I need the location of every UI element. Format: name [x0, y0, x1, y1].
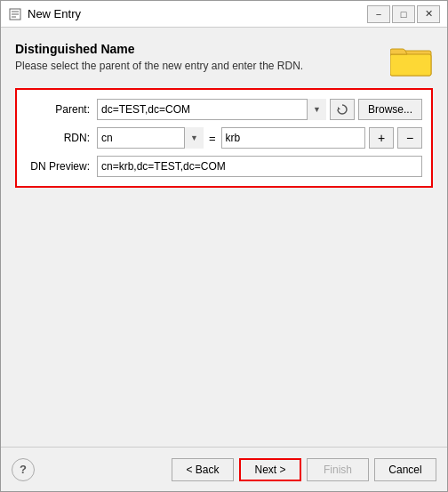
maximize-button[interactable]: □ [392, 5, 415, 23]
header-text: Distinguished Name Please select the par… [15, 42, 383, 72]
help-button[interactable]: ? [12, 458, 35, 481]
rdn-value-input[interactable] [221, 127, 365, 149]
parent-controls: ▼ Browse... [97, 99, 422, 120]
title-bar-left: New Entry [8, 7, 81, 21]
folder-icon [390, 42, 433, 77]
dn-preview-controls: cn=krb,dc=TEST,dc=COM [97, 156, 422, 177]
rdn-label: RDN: [26, 132, 97, 144]
form-area: Parent: ▼ Browse... [15, 88, 433, 188]
title-bar-controls: − □ ✕ [367, 5, 440, 23]
dn-preview-label: DN Preview: [26, 160, 97, 173]
cancel-button[interactable]: Cancel [374, 458, 436, 481]
svg-marker-8 [338, 107, 340, 109]
parent-row: Parent: ▼ Browse... [26, 99, 422, 120]
section-subtitle: Please select the parent of the new entr… [15, 60, 383, 72]
header-area: Distinguished Name Please select the par… [15, 42, 433, 77]
title-bar: New Entry − □ ✕ [1, 1, 447, 28]
rdn-row: RDN: ▼ = + − [26, 127, 422, 149]
entry-icon [8, 7, 22, 21]
refresh-button[interactable] [330, 99, 355, 120]
rdn-type-wrapper: ▼ [97, 127, 204, 149]
back-button[interactable]: < Back [172, 458, 234, 481]
next-button[interactable]: Next > [239, 458, 301, 481]
close-button[interactable]: ✕ [417, 5, 440, 23]
equals-sign: = [207, 132, 218, 145]
content-area: Distinguished Name Please select the par… [1, 28, 447, 447]
rdn-type-input[interactable] [97, 127, 204, 149]
main-body [15, 195, 433, 432]
main-window: New Entry − □ ✕ Distinguished Name Pleas… [0, 0, 448, 492]
dn-preview-value: cn=krb,dc=TEST,dc=COM [97, 156, 422, 177]
browse-button[interactable]: Browse... [358, 99, 422, 120]
rdn-controls: ▼ = + − [97, 127, 422, 149]
finish-button[interactable]: Finish [307, 458, 369, 481]
parent-select-wrapper: ▼ [97, 99, 326, 120]
footer: ? < Back Next > Finish Cancel [1, 447, 447, 491]
remove-rdn-button[interactable]: − [397, 127, 422, 149]
svg-rect-6 [390, 54, 431, 76]
parent-label: Parent: [26, 103, 97, 116]
dn-preview-row: DN Preview: cn=krb,dc=TEST,dc=COM [26, 156, 422, 177]
footer-right: < Back Next > Finish Cancel [172, 458, 436, 481]
minimize-button[interactable]: − [367, 5, 390, 23]
window-title: New Entry [28, 7, 81, 20]
add-rdn-button[interactable]: + [369, 127, 394, 149]
footer-left: ? [12, 458, 35, 481]
section-title: Distinguished Name [15, 42, 383, 56]
parent-input[interactable] [97, 99, 326, 120]
